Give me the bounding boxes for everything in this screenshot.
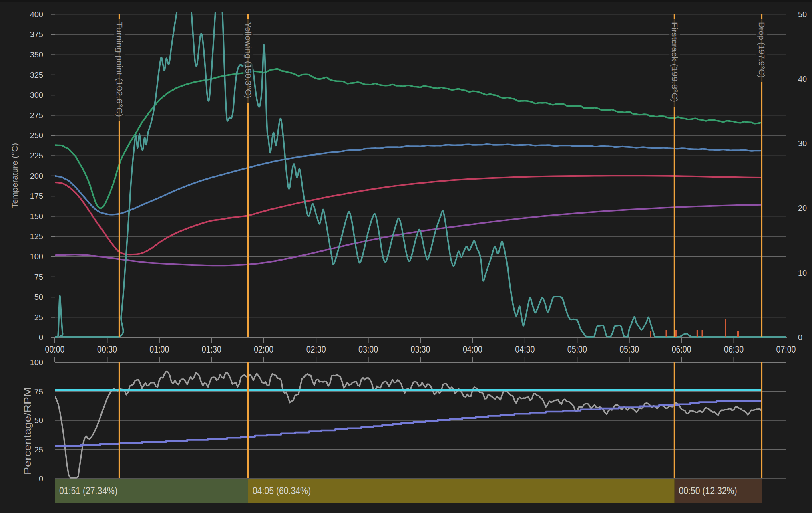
svg-text:02:00: 02:00: [254, 344, 273, 355]
svg-text:20: 20: [798, 204, 807, 212]
svg-text:00:50 (12.32%): 00:50 (12.32%): [679, 485, 737, 497]
svg-text:25: 25: [34, 313, 43, 322]
svg-text:150: 150: [30, 212, 43, 221]
svg-text:40: 40: [798, 75, 807, 83]
svg-text:275: 275: [30, 111, 43, 120]
svg-text:375: 375: [30, 30, 43, 39]
svg-text:100: 100: [30, 358, 43, 367]
svg-text:Percentage/RPM: Percentage/RPM: [22, 387, 33, 475]
svg-text:04:30: 04:30: [515, 344, 535, 355]
svg-text:00:30: 00:30: [97, 344, 117, 355]
svg-text:400: 400: [30, 10, 43, 19]
svg-text:07:00: 07:00: [776, 344, 796, 355]
svg-text:325: 325: [30, 71, 43, 79]
svg-text:06:00: 06:00: [672, 344, 691, 355]
svg-text:0: 0: [39, 333, 43, 342]
svg-text:06:30: 06:30: [724, 344, 744, 355]
svg-text:0: 0: [39, 474, 43, 483]
svg-text:04:05 (60.34%): 04:05 (60.34%): [253, 485, 311, 497]
svg-text:Firstcrack (199.8°C): Firstcrack (199.8°C): [670, 22, 679, 102]
svg-text:0: 0: [798, 333, 802, 342]
svg-text:75: 75: [34, 273, 43, 281]
svg-text:01:51 (27.34%): 01:51 (27.34%): [59, 485, 117, 497]
svg-text:01:30: 01:30: [202, 344, 221, 355]
svg-text:01:00: 01:00: [149, 344, 169, 355]
svg-text:200: 200: [30, 172, 43, 180]
svg-text:300: 300: [30, 91, 43, 99]
svg-text:125: 125: [30, 232, 43, 241]
svg-text:30: 30: [798, 139, 807, 148]
svg-text:00:00: 00:00: [45, 344, 65, 355]
svg-text:Temperature (°C): Temperature (°C): [10, 143, 19, 208]
svg-text:Turning point (102.6°C): Turning point (102.6°C): [115, 22, 124, 117]
svg-text:02:30: 02:30: [306, 344, 326, 355]
svg-text:250: 250: [30, 131, 43, 140]
svg-text:Drop (197.9°C): Drop (197.9°C): [757, 22, 766, 78]
svg-text:04:00: 04:00: [463, 344, 482, 355]
svg-text:175: 175: [30, 192, 43, 200]
svg-text:Yellowing (150.3°C): Yellowing (150.3°C): [244, 22, 253, 98]
svg-text:03:30: 03:30: [411, 344, 430, 355]
svg-text:50: 50: [798, 10, 807, 19]
svg-text:75: 75: [34, 387, 43, 396]
svg-text:350: 350: [30, 50, 43, 59]
svg-text:225: 225: [30, 151, 43, 160]
svg-text:05:30: 05:30: [619, 344, 639, 355]
svg-text:10: 10: [798, 269, 807, 277]
svg-text:03:00: 03:00: [358, 344, 378, 355]
svg-text:100: 100: [30, 252, 43, 261]
svg-text:50: 50: [34, 416, 43, 425]
svg-text:05:00: 05:00: [567, 344, 587, 355]
svg-text:50: 50: [34, 293, 43, 301]
svg-text:25: 25: [34, 445, 43, 454]
